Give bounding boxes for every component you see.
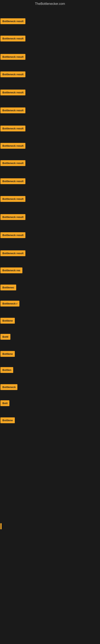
bottleneck-badge: Bottleneck result	[0, 178, 25, 184]
bottleneck-badge: Bottleneck result	[0, 143, 25, 149]
bottleneck-badge: Bottleneck result	[0, 232, 25, 238]
list-item: Bottleneck result	[0, 160, 100, 167]
bottleneck-badge: Bottlene	[0, 318, 15, 324]
bottleneck-badge: Bottleneck result	[0, 18, 25, 24]
list-item: Bottleneck result	[0, 196, 100, 203]
list-item: Bottlene	[0, 351, 100, 358]
list-item: Bottleneck result	[0, 126, 100, 132]
bottleneck-badge: Bottleneck result	[0, 126, 25, 132]
list-item: Bottleneck result	[0, 90, 100, 96]
bottleneck-badge: Bottleneck result	[0, 36, 25, 42]
list-item: Bottleneck res	[0, 268, 100, 274]
list-item: Bottleneck	[0, 384, 100, 391]
bottleneck-badge: Bottleneck result	[0, 108, 25, 113]
list-item: Bottleneck result	[0, 18, 100, 25]
bottleneck-badge: Bottleneck result	[0, 214, 25, 220]
bottleneck-badge: Bottleneck result	[0, 54, 25, 60]
list-item: Bottleneck r	[0, 301, 100, 307]
bottleneck-badge: Bottleneck result	[0, 250, 25, 256]
bottleneck-badge: Bottlenec	[0, 284, 16, 290]
bottleneck-badge: Bottleneck result	[0, 72, 25, 77]
list-item: Bottleneck result	[0, 143, 100, 150]
bottleneck-badge: Bottlene	[0, 351, 15, 357]
list-item: Bottleneck result	[0, 232, 100, 239]
list-item: Bottleneck result	[0, 108, 100, 114]
list-item: Bottleneck result	[0, 36, 100, 42]
list-item: Bottlene	[0, 318, 100, 324]
bottleneck-badge: Bottlen	[0, 367, 13, 373]
bottleneck-badge: Bottleneck result	[0, 160, 25, 166]
bottleneck-badge: Bottleneck res	[0, 268, 22, 273]
list-item: Bottleneck result	[0, 178, 100, 185]
bottleneck-badge: Bottleneck r	[0, 301, 19, 306]
list-item: Bottlenec	[0, 284, 100, 291]
list-item: Bottleneck result	[0, 214, 100, 221]
site-title: TheBottlenecker.com	[0, 0, 100, 7]
bottleneck-badge: Bottlene	[0, 418, 15, 423]
list-item: Bottl	[0, 334, 100, 340]
small-indicator	[0, 523, 1, 529]
list-item: Bott	[0, 400, 100, 407]
list-item: Bottleneck result	[0, 250, 100, 257]
bottleneck-badge: Bott	[0, 400, 9, 406]
page-container: TheBottlenecker.com Bottleneck resultBot…	[0, 0, 100, 644]
list-item: Bottleneck result	[0, 54, 100, 60]
bottleneck-badge: Bottleneck	[0, 384, 17, 390]
list-item: Bottlene	[0, 418, 100, 424]
list-item: Bottlen	[0, 367, 100, 374]
bottleneck-badge: Bottleneck result	[0, 196, 25, 202]
bottleneck-badge: Bottl	[0, 334, 10, 340]
bottleneck-badge: Bottleneck result	[0, 90, 25, 96]
list-item: Bottleneck result	[0, 72, 100, 78]
